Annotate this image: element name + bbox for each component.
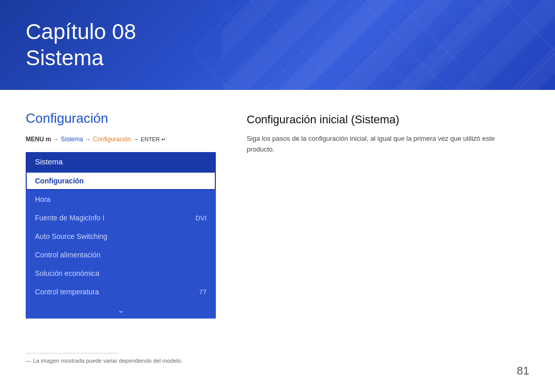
menu-item-label: Solución económica	[35, 269, 99, 277]
breadcrumb-enter: ENTER ↵	[141, 136, 166, 143]
footer-text: ― La imagen mostrada puede variar depend…	[26, 358, 529, 364]
header-title: Capítulo 08 Sistema	[26, 19, 136, 71]
page-number: 81	[517, 364, 529, 378]
menu-item-configuracion[interactable]: Configuración	[26, 172, 216, 190]
right-column: Configuración inicial (Sistema) Siga los…	[247, 110, 529, 319]
breadcrumb-arrow1: →	[53, 136, 59, 142]
breadcrumb-arrow2: →	[85, 136, 91, 142]
breadcrumb-arrow3: →	[133, 136, 139, 142]
footer-note: ― La imagen mostrada puede variar depend…	[26, 353, 529, 364]
menu-item-label: Auto Source Switching	[35, 232, 107, 240]
menu-panel: Sistema Configuración Hora Fuente de Mag…	[26, 152, 216, 319]
menu-item-value: DVI	[195, 214, 207, 222]
footer-divider	[26, 353, 118, 353]
breadcrumb-configuracion: Configuración	[93, 136, 131, 143]
chapter-title: Capítulo 08 Sistema	[26, 19, 136, 71]
chevron-down-icon: ⌄	[117, 304, 125, 315]
right-section-title: Configuración inicial (Sistema)	[247, 113, 529, 126]
menu-item-auto-source[interactable]: Auto Source Switching	[26, 227, 216, 246]
left-column: Configuración MENU m → Sistema → Configu…	[26, 110, 216, 319]
menu-item-value: 77	[199, 288, 207, 296]
menu-item-temperatura[interactable]: Control temperatura 77	[26, 283, 216, 301]
menu-item-solucion[interactable]: Solución económica	[26, 264, 216, 283]
menu-item-label: Configuración	[35, 177, 84, 185]
menu-item-control-alimentacion[interactable]: Control alimentación	[26, 246, 216, 264]
header-banner: Capítulo 08 Sistema	[0, 0, 555, 90]
menu-item-label: Fuente de MagicInfo I	[35, 214, 104, 222]
right-description: Siga los pasos de la configuración inici…	[247, 134, 514, 155]
breadcrumb: MENU m → Sistema → Configuración → ENTER…	[26, 136, 216, 143]
breadcrumb-sistema: Sistema	[61, 136, 83, 143]
menu-scroll-down[interactable]: ⌄	[26, 301, 216, 319]
header-decoration	[194, 0, 555, 90]
menu-item-label: Control temperatura	[35, 288, 99, 296]
menu-item-label: Hora	[35, 195, 50, 203]
main-content: Configuración MENU m → Sistema → Configu…	[0, 90, 555, 334]
menu-header: Sistema	[26, 152, 216, 172]
menu-item-hora[interactable]: Hora	[26, 190, 216, 209]
menu-item-fuente[interactable]: Fuente de MagicInfo I DVI	[26, 209, 216, 227]
breadcrumb-menu: MENU m	[26, 136, 51, 143]
section-title: Configuración	[26, 110, 216, 126]
menu-item-label: Control alimentación	[35, 251, 101, 259]
